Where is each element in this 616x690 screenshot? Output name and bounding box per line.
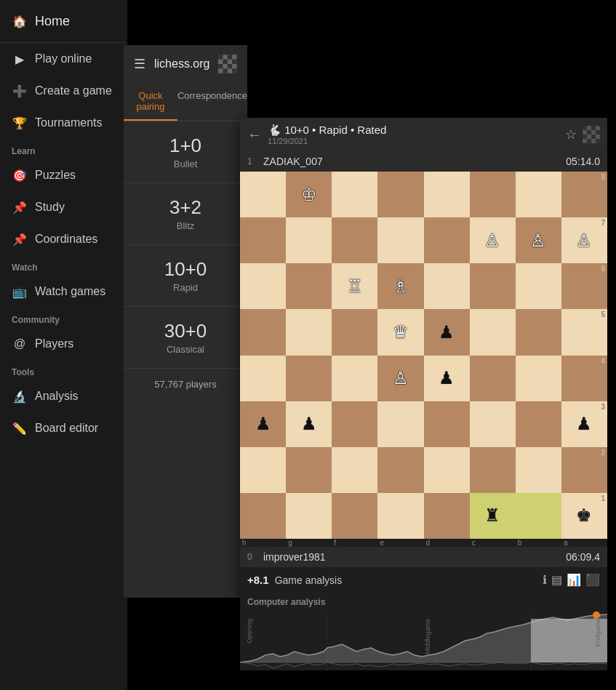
sidebar-item-create-game[interactable]: ➕ Create a game <box>0 75 127 107</box>
chess-cell[interactable] <box>516 493 561 539</box>
chess-cell[interactable]: 1♚ <box>561 493 607 539</box>
share-icon[interactable]: ⬛ <box>585 573 600 587</box>
chess-cell[interactable]: ♟ <box>286 401 332 447</box>
chess-cell[interactable] <box>332 401 377 447</box>
chess-cell[interactable] <box>286 447 332 493</box>
chess-cell[interactable] <box>286 263 332 309</box>
sidebar-item-players[interactable]: @ Players <box>0 328 127 360</box>
sidebar-item-play-online[interactable]: ▶ Play online <box>0 43 127 75</box>
svg-rect-4 <box>233 60 237 64</box>
chess-cell[interactable] <box>332 217 377 263</box>
chess-cell[interactable] <box>470 172 516 217</box>
chess-cell[interactable] <box>377 447 423 493</box>
chess-cell[interactable] <box>424 172 470 217</box>
chess-cell[interactable]: 8 <box>561 172 607 217</box>
chess-cell[interactable] <box>240 172 286 217</box>
sidebar-home[interactable]: 🏠 Home <box>0 0 127 43</box>
info-icon[interactable]: ℹ <box>543 573 547 587</box>
chess-cell[interactable] <box>286 356 332 401</box>
chess-cell[interactable] <box>377 217 423 263</box>
chess-cell[interactable] <box>424 263 470 309</box>
computer-analysis-label: Computer analysis <box>240 593 607 611</box>
chess-cell[interactable]: ♜ <box>470 493 516 539</box>
chess-cell[interactable] <box>516 401 561 447</box>
chess-cell[interactable] <box>377 401 423 447</box>
chess-cell[interactable] <box>424 217 470 263</box>
chess-cell[interactable] <box>516 309 561 355</box>
sidebar-item-study[interactable]: 📌 Study <box>0 191 127 223</box>
chess-cell[interactable] <box>332 172 377 217</box>
puzzles-label: Puzzles <box>35 169 76 182</box>
chess-cell[interactable] <box>240 309 286 355</box>
svg-rect-2 <box>228 55 232 59</box>
mode-blitz[interactable]: 3+2 Blitz <box>124 183 247 245</box>
study-label: Study <box>35 201 65 214</box>
mode-bullet[interactable]: 1+0 Bullet <box>124 121 247 183</box>
chess-cell[interactable]: ♙ <box>470 217 516 263</box>
chess-cell[interactable]: ♟ <box>424 356 470 401</box>
chess-cell[interactable] <box>470 263 516 309</box>
chess-cell[interactable] <box>286 493 332 539</box>
chess-cell[interactable]: ♖ <box>332 263 377 309</box>
chess-cell[interactable] <box>424 447 470 493</box>
tab-correspondence[interactable]: Correspondence <box>177 83 247 121</box>
chess-cell[interactable] <box>377 172 423 217</box>
sidebar-item-coordinates[interactable]: 📌 Coordinates <box>0 223 127 255</box>
chess-cell[interactable] <box>516 356 561 401</box>
chess-cell[interactable] <box>470 401 516 447</box>
chess-piece: ♟ <box>439 324 455 341</box>
chess-cell[interactable]: ♗ <box>377 263 423 309</box>
chess-cell[interactable]: 2 <box>561 447 607 493</box>
chess-cell[interactable]: 7♙ <box>561 217 607 263</box>
chess-cell[interactable] <box>286 217 332 263</box>
sidebar-item-board-editor[interactable]: ✏️ Board editor <box>0 412 127 444</box>
chess-cell[interactable] <box>332 493 377 539</box>
chess-cell[interactable] <box>332 447 377 493</box>
chess-cell[interactable] <box>516 447 561 493</box>
chess-cell[interactable] <box>240 263 286 309</box>
chess-cell[interactable] <box>516 172 561 217</box>
sidebar-item-puzzles[interactable]: 🎯 Puzzles <box>0 159 127 191</box>
analysis-chart[interactable]: Opening Middlegame Endgame <box>240 611 607 670</box>
bookmark-icon[interactable]: ☆ <box>565 127 577 143</box>
sidebar-item-watch-games[interactable]: 📺 Watch games <box>0 276 127 308</box>
chess-cell[interactable] <box>240 493 286 539</box>
community-section-label: Community <box>0 308 127 328</box>
chess-cell[interactable]: ♛ <box>377 309 423 355</box>
chess-cell[interactable]: ♔ <box>286 172 332 217</box>
chess-cell[interactable]: ♟ <box>240 401 286 447</box>
list-icon[interactable]: ▤ <box>551 573 562 587</box>
chess-cell[interactable]: 4 <box>561 356 607 401</box>
chess-cell[interactable] <box>470 309 516 355</box>
chess-cell[interactable] <box>240 217 286 263</box>
sidebar-item-analysis[interactable]: 🔬 Analysis <box>0 380 127 412</box>
mode-rapid[interactable]: 10+0 Rapid <box>124 245 247 307</box>
chess-cell[interactable] <box>424 401 470 447</box>
chess-cell[interactable]: 5 <box>561 309 607 355</box>
chess-cell[interactable] <box>332 356 377 401</box>
chess-cell[interactable]: ♟ <box>424 309 470 355</box>
chart-icon[interactable]: 📊 <box>567 573 581 587</box>
chess-cell[interactable]: 3♟ <box>561 401 607 447</box>
chess-cell[interactable] <box>470 356 516 401</box>
row-label: 6 <box>601 265 605 273</box>
mode-classical[interactable]: 30+0 Classical <box>124 307 247 369</box>
sidebar-item-tournaments[interactable]: 🏆 Tournaments <box>0 107 127 139</box>
chess-cell[interactable] <box>332 309 377 355</box>
svg-rect-5 <box>218 64 223 68</box>
back-button[interactable]: ← <box>247 127 262 143</box>
tab-quick-pairing[interactable]: Quick pairing <box>124 83 177 121</box>
hamburger-icon[interactable]: ☰ <box>134 56 145 72</box>
chess-cell[interactable] <box>286 309 332 355</box>
chess-piece: ♖ <box>347 278 363 295</box>
chess-cell[interactable]: ♙ <box>377 356 423 401</box>
chess-cell[interactable] <box>516 263 561 309</box>
chess-cell[interactable] <box>470 447 516 493</box>
chess-cell[interactable]: 6 <box>561 263 607 309</box>
chess-cell[interactable] <box>424 493 470 539</box>
chess-cell[interactable]: ♙ <box>516 217 561 263</box>
analysis-icon: 🔬 <box>12 388 28 404</box>
chess-cell[interactable] <box>377 493 423 539</box>
chess-cell[interactable] <box>240 356 286 401</box>
chess-cell[interactable] <box>240 447 286 493</box>
